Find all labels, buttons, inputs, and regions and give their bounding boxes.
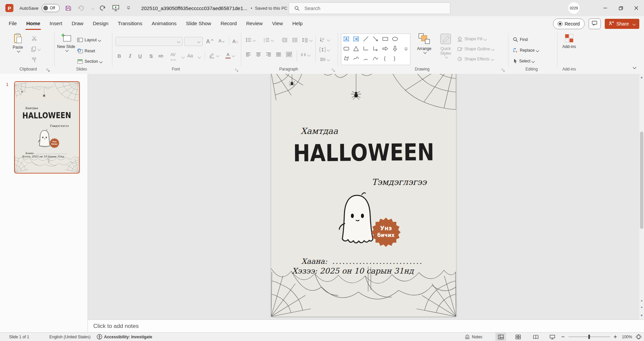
accessibility-status[interactable]: Accessibility: Investigate [104,333,152,341]
slide-subtitle[interactable]: Тэмдэглэгээ [49,124,68,128]
tab-home[interactable]: Home [21,16,45,31]
bullets-button[interactable] [246,38,255,42]
increase-indent-button[interactable] [292,38,298,42]
font-size-select[interactable] [184,37,203,46]
font-dialog-launcher[interactable] [235,67,239,74]
zoom-out-button[interactable] [561,333,565,341]
price-badge[interactable]: Унэ бичих [370,217,401,248]
record-button[interactable]: Record [553,18,585,29]
price-badge[interactable]: Унэ бичих [49,138,60,149]
slide-canvas[interactable]: Хамтдаа HALLOWEEN Тэмдэглэгээ [271,74,456,316]
tab-file[interactable]: File [4,16,21,31]
quick-styles-button[interactable]: Quick Styles [436,33,455,58]
tab-design[interactable]: Design [88,16,113,31]
scroll-up-icon[interactable]: ▲ [639,75,644,80]
font-color-button[interactable]: A [226,52,235,59]
shape-effects-button[interactable]: Shape Effects [457,56,494,62]
next-slide-button[interactable]: ⏷ [639,305,644,310]
view-slideshow-button[interactable] [547,333,558,341]
drawing-dialog-launcher[interactable] [501,67,505,74]
shape-rectangle-icon[interactable] [380,34,390,44]
align-left-button[interactable] [246,52,251,57]
format-painter-button[interactable] [32,57,37,62]
notes-pane[interactable]: Click to add notes [88,320,644,333]
shape-arrow-icon[interactable] [370,34,380,44]
share-button[interactable]: Share [605,19,639,29]
scroll-down-icon[interactable]: ▼ [639,313,644,318]
tab-insert[interactable]: Insert [45,16,67,31]
search-box[interactable] [289,2,450,14]
shape-arc-icon[interactable] [361,53,370,63]
shape-triangle-icon[interactable] [351,44,361,53]
shape-line-icon[interactable] [361,34,370,44]
distribute-text-button[interactable] [286,52,292,57]
shape-curve-icon[interactable] [370,53,380,63]
shape-down-arrow-icon[interactable] [390,44,400,53]
section-button[interactable]: Section [77,59,102,64]
shape-elbow-arrow-icon[interactable] [370,44,380,53]
paragraph-dialog-launcher[interactable] [332,67,335,74]
align-center-button[interactable] [256,52,261,57]
shape-textbox-icon[interactable]: A [341,34,351,44]
cut-button[interactable] [32,36,37,41]
numbering-button[interactable]: 123 [264,38,274,42]
slide-where-line[interactable]: Хаана: ........................... [301,257,423,265]
zoom-slider-thumb[interactable] [588,335,590,339]
tab-review[interactable]: Review [242,16,267,31]
shape-vertical-textbox-icon[interactable]: A [351,34,361,44]
view-normal-button[interactable] [495,333,506,341]
tab-record[interactable]: Record [216,16,241,31]
saved-status[interactable]: Saved to this PC [255,6,288,11]
slide-when-line[interactable]: Хэзээ: 2025 он 10 сарын 31нд [292,266,414,275]
convert-smartart-button[interactable] [319,57,330,62]
slide-tagline[interactable]: Хамтдаа [301,126,338,136]
scrollbar-thumb[interactable] [640,132,643,229]
copy-button[interactable] [31,46,40,52]
shape-rounded-rectangle-icon[interactable] [341,44,351,53]
shape-elbow-connector-icon[interactable] [361,44,370,53]
zoom-level[interactable]: 100% [622,333,632,341]
shape-scribble-icon[interactable] [351,53,361,63]
slide-when-line[interactable]: Хэзээ: 2025 он 10 сарын 31нд [22,155,64,158]
language-indicator[interactable]: English (United States) [49,333,91,341]
slide-where-line[interactable]: Хаана: ........................... [25,152,67,155]
shape-right-brace-icon[interactable]: } [390,53,400,63]
slide-subtitle[interactable]: Тэмдэглэгээ [371,177,427,187]
slide-title[interactable]: HALLOWEEN [271,138,456,167]
replace-button[interactable]: bc Replace [513,48,539,53]
columns-button[interactable] [301,53,310,57]
decrease-indent-button[interactable] [282,38,288,42]
underline-button[interactable]: U [138,53,142,59]
close-button[interactable] [629,0,644,16]
slide-canvas[interactable]: Хамтдаа HALLOWEEN Тэмдэглэгээ [15,82,79,172]
slide-indicator[interactable]: Slide 1 of 1 [9,333,29,341]
slide-tagline[interactable]: Хамтдаа [25,106,38,110]
slide-title[interactable]: HALLOWEEN [15,111,79,121]
arrange-button[interactable]: Arrange [414,33,434,53]
tab-animations[interactable]: Animations [147,16,181,31]
character-spacing-button[interactable]: AV [170,52,176,62]
shapes-more-button[interactable] [402,34,410,65]
shape-fill-button[interactable]: Shape Fill [457,36,486,42]
slide-editor-area[interactable]: Хамтдаа HALLOWEEN Тэмдэглэгээ [88,74,639,320]
layout-button[interactable]: Layout [77,38,101,42]
search-input[interactable] [304,5,433,11]
italic-button[interactable]: I [129,53,131,59]
minimize-button[interactable] [598,0,613,16]
vertical-scrollbar[interactable]: ▲ ⏶ ⏷ ▼ [639,74,644,320]
shape-outline-button[interactable]: Shape Outline [457,46,494,52]
paste-button[interactable]: Paste [9,33,27,52]
change-case-chevron-icon[interactable] [198,55,201,59]
redo-icon[interactable] [99,4,107,12]
restore-button[interactable] [613,0,629,16]
select-button[interactable]: Select [513,58,534,64]
reset-button[interactable]: Reset [77,48,95,53]
tab-help[interactable]: Help [288,16,307,31]
text-direction-button[interactable]: A [319,37,330,42]
highlight-color-button[interactable] [209,52,219,58]
notes-toggle-button[interactable]: Notes [464,333,482,341]
shape-left-brace-icon[interactable]: { [380,53,390,63]
align-right-button[interactable] [266,52,271,57]
justify-button[interactable] [276,52,281,57]
text-shadow-button[interactable]: S [149,53,153,59]
